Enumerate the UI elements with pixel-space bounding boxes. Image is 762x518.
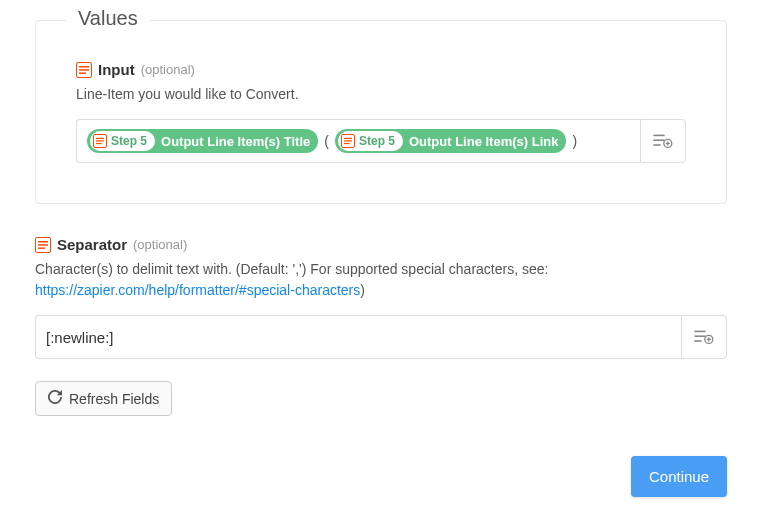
input-value[interactable]: Step 5 Output Line Item(s) Title ( Step … — [76, 119, 640, 163]
refresh-label: Refresh Fields — [69, 391, 159, 407]
separator-label: Separator — [57, 236, 127, 253]
svg-rect-16 — [38, 244, 48, 246]
input-field: Input (optional) Line-Item you would lik… — [76, 61, 686, 163]
separator-field: Separator (optional) Character(s) to del… — [35, 236, 727, 359]
insert-data-button[interactable] — [681, 315, 727, 359]
refresh-fields-button[interactable]: Refresh Fields — [35, 381, 172, 416]
separator-text: [:newline:] — [46, 329, 114, 346]
svg-rect-18 — [694, 331, 705, 333]
svg-rect-5 — [96, 143, 102, 144]
svg-rect-1 — [79, 69, 89, 71]
close-paren: ) — [570, 133, 579, 149]
input-description: Line-Item you would like to Convert. — [76, 84, 686, 105]
svg-rect-8 — [344, 143, 350, 144]
input-label: Input — [98, 61, 135, 78]
separator-description: Character(s) to delimit text with. (Defa… — [35, 259, 727, 301]
separator-optional: (optional) — [133, 237, 187, 252]
svg-rect-10 — [653, 139, 664, 141]
svg-rect-0 — [79, 66, 89, 68]
svg-rect-20 — [694, 340, 701, 342]
svg-rect-17 — [38, 247, 45, 249]
svg-rect-15 — [38, 241, 48, 243]
pill-label: Output Line Item(s) Link — [409, 134, 559, 149]
separator-desc-pre: Character(s) to delimit text with. (Defa… — [35, 261, 548, 277]
svg-rect-7 — [344, 140, 352, 141]
open-paren: ( — [322, 133, 331, 149]
input-optional: (optional) — [141, 62, 195, 77]
text-icon — [341, 134, 355, 148]
text-icon — [93, 134, 107, 148]
svg-rect-14 — [666, 143, 670, 144]
values-title: Values — [66, 7, 150, 30]
pill-label: Output Line Item(s) Title — [161, 134, 310, 149]
pill-output-link[interactable]: Step 5 Output Line Item(s) Link — [335, 129, 567, 153]
refresh-icon — [48, 390, 62, 407]
pill-output-title[interactable]: Step 5 Output Line Item(s) Title — [87, 129, 318, 153]
insert-data-button[interactable] — [640, 119, 686, 163]
svg-rect-4 — [96, 140, 104, 141]
text-icon — [35, 237, 51, 253]
values-group: Values Input (optional) Line-Item you wo… — [35, 20, 727, 204]
pill-step: Step 5 — [359, 134, 395, 148]
pill-step: Step 5 — [111, 134, 147, 148]
svg-rect-23 — [707, 339, 711, 340]
svg-rect-2 — [79, 72, 86, 74]
separator-desc-post: ) — [360, 282, 365, 298]
separator-desc-link[interactable]: https://zapier.com/help/formatter/#speci… — [35, 282, 360, 298]
text-icon — [76, 62, 92, 78]
separator-value[interactable]: [:newline:] — [35, 315, 681, 359]
svg-rect-3 — [96, 138, 104, 139]
svg-rect-6 — [344, 138, 352, 139]
svg-rect-11 — [653, 144, 660, 146]
continue-button[interactable]: Continue — [631, 456, 727, 497]
svg-rect-9 — [653, 135, 664, 137]
svg-rect-19 — [694, 335, 705, 337]
